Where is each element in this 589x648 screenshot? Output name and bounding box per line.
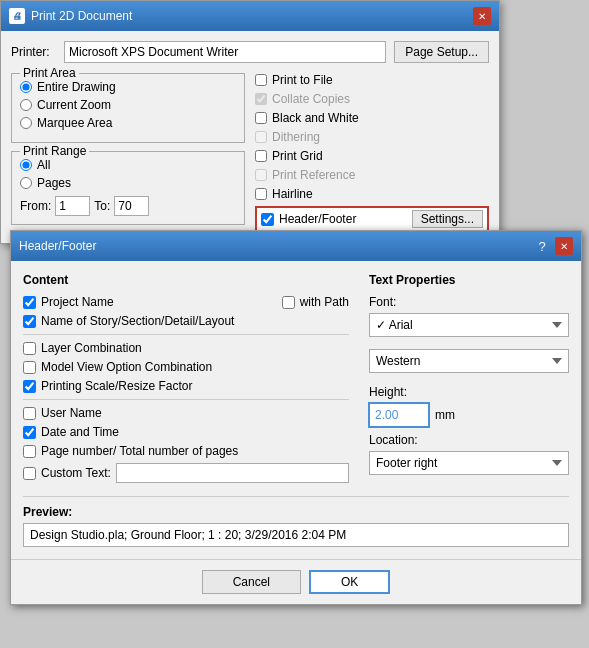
header-footer-row: Header/Footer Settings... [255, 206, 489, 232]
print-grid-label: Print Grid [272, 149, 323, 163]
cancel-button[interactable]: Cancel [202, 570, 301, 594]
location-dropdown-wrap: Footer right Footer left Footer center H… [369, 451, 569, 481]
page-number-row: Page number/ Total number of pages [23, 444, 349, 458]
print-close-button[interactable]: ✕ [473, 7, 491, 25]
print-grid-checkbox[interactable] [255, 150, 267, 162]
script-dropdown-wrap: Western Eastern European Turkish [369, 349, 569, 379]
dithering-checkbox[interactable] [255, 131, 267, 143]
hf-footer: Cancel OK [11, 559, 581, 604]
header-footer-dialog: Header/Footer ? ✕ Content Project Name w… [10, 230, 582, 605]
print-range-title: Print Range [20, 144, 89, 158]
divider-2 [23, 399, 349, 400]
layer-combination-checkbox[interactable] [23, 342, 36, 355]
custom-text-label: Custom Text: [41, 466, 111, 480]
print-area-entire: Entire Drawing [20, 80, 236, 94]
hf-dialog-title: Header/Footer [19, 239, 96, 253]
custom-text-input[interactable] [116, 463, 349, 483]
print-dialog-titlebar: 🖨 Print 2D Document ✕ [1, 1, 499, 31]
date-time-checkbox[interactable] [23, 426, 36, 439]
hairline-item: Hairline [255, 187, 489, 201]
header-footer-checkbox[interactable] [261, 213, 274, 226]
date-time-row: Date and Time [23, 425, 349, 439]
preview-section: Preview: Design Studio.pla; Ground Floor… [23, 496, 569, 547]
range-pages-label: Pages [37, 176, 71, 190]
story-checkbox[interactable] [23, 315, 36, 328]
mm-label: mm [435, 408, 455, 422]
page-setup-button[interactable]: Page Setup... [394, 41, 489, 63]
current-zoom-label: Current Zoom [37, 98, 111, 112]
from-input[interactable] [55, 196, 90, 216]
content-section-title: Content [23, 273, 349, 287]
print-grid-item: Print Grid [255, 149, 489, 163]
user-name-checkbox[interactable] [23, 407, 36, 420]
with-path-label: with Path [300, 295, 349, 309]
font-dropdown-wrap: ✓ Arial Times New Roman Courier New [369, 313, 569, 343]
dithering-label: Dithering [272, 130, 320, 144]
current-zoom-radio[interactable] [20, 99, 32, 111]
print-area-marquee: Marquee Area [20, 116, 236, 130]
print-reference-checkbox[interactable] [255, 169, 267, 181]
print-icon: 🖨 [9, 8, 25, 24]
print-dialog-body: Printer: Page Setup... Print Area Entire… [1, 31, 499, 243]
page-number-checkbox[interactable] [23, 445, 36, 458]
height-label: Height: [369, 385, 569, 399]
layer-combination-row: Layer Combination [23, 341, 349, 355]
project-name-row: Project Name with Path [23, 295, 349, 309]
printing-scale-label: Printing Scale/Resize Factor [41, 379, 192, 393]
dithering-item: Dithering [255, 130, 489, 144]
printer-select[interactable] [64, 41, 386, 63]
font-label: Font: [369, 295, 569, 309]
user-name-label: User Name [41, 406, 102, 420]
collate-copies-label: Collate Copies [272, 92, 350, 106]
collate-copies-item: Collate Copies [255, 92, 489, 106]
project-name-label: Project Name [41, 295, 114, 309]
height-input[interactable] [369, 403, 429, 427]
page-number-label: Page number/ Total number of pages [41, 444, 238, 458]
model-view-checkbox[interactable] [23, 361, 36, 374]
range-pages-item: Pages [20, 176, 236, 190]
hf-text-props: Text Properties Font: ✓ Arial Times New … [369, 273, 569, 488]
black-white-checkbox[interactable] [255, 112, 267, 124]
marquee-area-radio[interactable] [20, 117, 32, 129]
custom-text-checkbox[interactable] [23, 467, 36, 480]
help-button[interactable]: ? [533, 237, 551, 255]
print-to-file-checkbox[interactable] [255, 74, 267, 86]
printer-row: Printer: Page Setup... [11, 41, 489, 63]
range-all-label: All [37, 158, 50, 172]
range-all-radio[interactable] [20, 159, 32, 171]
settings-button[interactable]: Settings... [412, 210, 483, 228]
hairline-checkbox[interactable] [255, 188, 267, 200]
script-select[interactable]: Western Eastern European Turkish [369, 349, 569, 373]
range-pages-radio[interactable] [20, 177, 32, 189]
print-to-file-item: Print to File [255, 73, 489, 87]
print-area-zoom: Current Zoom [20, 98, 236, 112]
location-label: Location: [369, 433, 569, 447]
location-select[interactable]: Footer right Footer left Footer center H… [369, 451, 569, 475]
user-name-row: User Name [23, 406, 349, 420]
ok-button[interactable]: OK [309, 570, 390, 594]
marquee-area-label: Marquee Area [37, 116, 112, 130]
print-to-file-label: Print to File [272, 73, 333, 87]
collate-copies-checkbox[interactable] [255, 93, 267, 105]
right-column: Print to File Collate Copies Black and W… [255, 73, 489, 233]
left-column: Print Area Entire Drawing Current Zoom M… [11, 73, 245, 233]
header-footer-label: Header/Footer [279, 212, 356, 226]
with-path-checkbox[interactable] [282, 296, 295, 309]
hf-main-row: Content Project Name with Path Name of S… [23, 273, 569, 488]
to-input[interactable] [114, 196, 149, 216]
divider-1 [23, 334, 349, 335]
black-white-item: Black and White [255, 111, 489, 125]
preview-label: Preview: [23, 505, 569, 519]
print-area-group: Print Area Entire Drawing Current Zoom M… [11, 73, 245, 143]
from-label: From: [20, 199, 51, 213]
text-props-title: Text Properties [369, 273, 569, 287]
custom-text-row: Custom Text: [23, 463, 349, 483]
project-name-checkbox[interactable] [23, 296, 36, 309]
layer-combination-label: Layer Combination [41, 341, 142, 355]
hf-body: Content Project Name with Path Name of S… [11, 261, 581, 559]
entire-drawing-radio[interactable] [20, 81, 32, 93]
printing-scale-checkbox[interactable] [23, 380, 36, 393]
hf-close-button[interactable]: ✕ [555, 237, 573, 255]
font-select[interactable]: ✓ Arial Times New Roman Courier New [369, 313, 569, 337]
date-time-label: Date and Time [41, 425, 119, 439]
